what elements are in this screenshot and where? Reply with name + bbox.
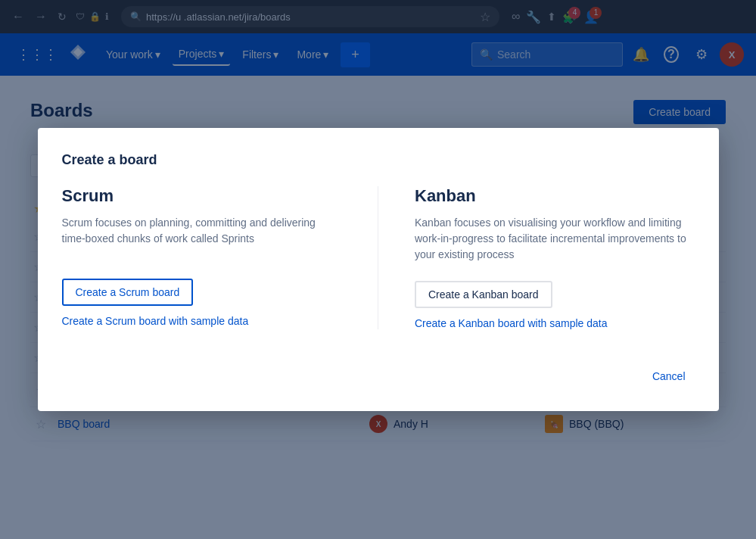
create-scrum-board-button[interactable]: Create a Scrum board bbox=[62, 279, 194, 306]
scrum-title: Scrum bbox=[62, 186, 342, 206]
scrum-option: Scrum Scrum focuses on planning, committ… bbox=[62, 186, 342, 329]
modal-footer: Cancel bbox=[62, 354, 695, 387]
modal-divider bbox=[378, 186, 378, 329]
scrum-description: Scrum focuses on planning, committing an… bbox=[62, 215, 342, 260]
kanban-title: Kanban bbox=[415, 186, 695, 206]
create-kanban-board-button[interactable]: Create a Kanban board bbox=[415, 281, 552, 308]
kanban-description: Kanban focuses on visualising your workf… bbox=[415, 215, 695, 263]
modal-title: Create a board bbox=[62, 152, 695, 168]
modal-overlay[interactable]: Create a board Scrum Scrum focuses on pl… bbox=[0, 0, 756, 466]
modal-options: Scrum Scrum focuses on planning, committ… bbox=[62, 186, 695, 329]
kanban-option: Kanban Kanban focuses on visualising you… bbox=[415, 186, 695, 329]
create-scrum-sample-link[interactable]: Create a Scrum board with sample data bbox=[62, 315, 342, 327]
create-board-modal: Create a board Scrum Scrum focuses on pl… bbox=[38, 128, 719, 411]
create-kanban-sample-link[interactable]: Create a Kanban board with sample data bbox=[415, 317, 695, 329]
cancel-button[interactable]: Cancel bbox=[643, 366, 695, 387]
